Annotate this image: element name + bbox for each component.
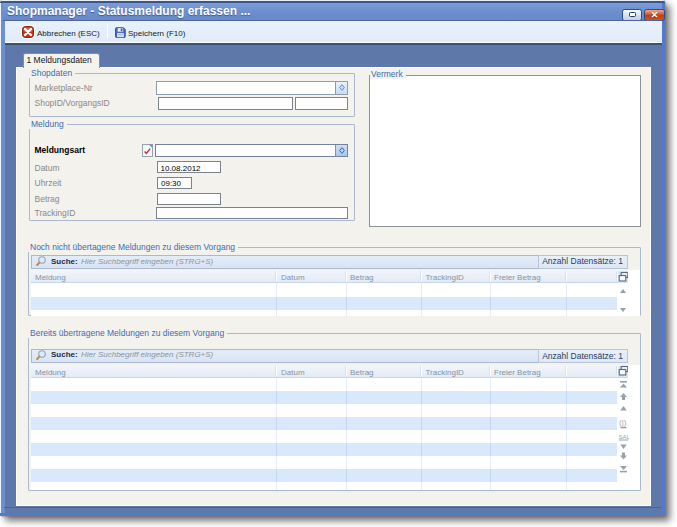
svg-text:(|): (|) [619, 418, 627, 427]
svg-text:SAL: SAL [618, 434, 629, 440]
